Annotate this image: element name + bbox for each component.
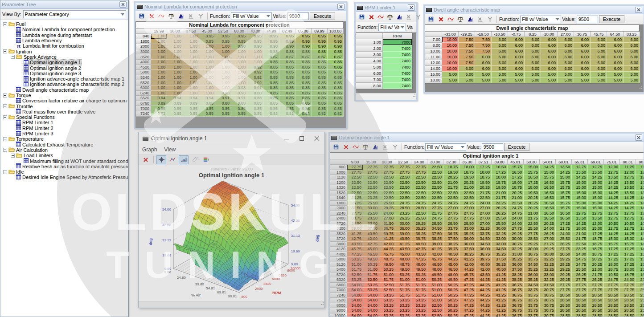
table-cell[interactable]: 25.50 (636, 293, 644, 298)
table-cell[interactable]: 6.00 (525, 60, 541, 66)
table-cell[interactable]: 15.00 (636, 262, 644, 268)
table-cell[interactable]: 22.50 (347, 180, 363, 186)
table-cell[interactable]: 15.00 (572, 180, 588, 186)
table-cell[interactable]: 53.25 (395, 303, 411, 309)
table-cell[interactable]: 23.25 (363, 195, 379, 201)
table-cell[interactable]: 1.00 (167, 49, 183, 55)
table-cell[interactable]: 6.00 (541, 66, 558, 72)
table-cell[interactable]: 50.25 (443, 298, 459, 303)
table-cell[interactable]: 0.85 (328, 75, 344, 81)
table-cell[interactable]: 41.25 (459, 257, 476, 262)
table-cell[interactable]: 25.50 (572, 267, 588, 272)
table-cell[interactable]: 6.00 (591, 37, 607, 43)
table-cell[interactable]: 30.00 (524, 247, 540, 252)
collapse-icon[interactable] (3, 22, 7, 26)
table-cell[interactable]: 16.50 (540, 185, 556, 191)
table-cell[interactable]: 24.75 (508, 211, 524, 216)
table-cell[interactable]: 10.00 (442, 37, 459, 43)
table-cell[interactable]: 5.00 (525, 72, 541, 77)
table-cell[interactable]: 22.50 (379, 175, 395, 180)
table-cell[interactable]: 0.95 (295, 34, 312, 39)
table-cell[interactable]: 22.50 (347, 185, 363, 191)
table-cell[interactable]: 6.00 (525, 43, 541, 49)
table-cell[interactable]: 27.75 (572, 283, 588, 288)
table-cell[interactable]: 5.00 (623, 72, 640, 77)
table-cell[interactable]: 0.85 (215, 106, 231, 111)
table-cell[interactable]: 48.00 (443, 272, 459, 278)
table-cell[interactable]: 0.93 (231, 91, 247, 96)
table-cell[interactable]: 0.88 (279, 49, 295, 55)
table-cell[interactable]: 36.75 (508, 283, 524, 288)
table-cell[interactable]: 30.00 (395, 221, 411, 227)
tree-item[interactable]: RPM Limiter 2 (1, 126, 128, 131)
x-axis-icon[interactable] (186, 12, 195, 20)
table-cell[interactable]: 39.75 (379, 232, 395, 237)
table-cell[interactable]: 27.75 (443, 211, 459, 216)
table-cell[interactable]: 52.50 (363, 277, 379, 283)
tree-item[interactable]: Relative fresh air as function of manifo… (1, 164, 128, 169)
table-cell[interactable]: 50.25 (443, 313, 459, 317)
table-cell[interactable]: 51.75 (395, 288, 411, 293)
table-cell[interactable]: 53.25 (379, 298, 395, 303)
table-cell[interactable]: 14.25 (636, 195, 644, 201)
table-cell[interactable]: 5.00 (508, 72, 525, 77)
table-cell[interactable]: 13.50 (620, 191, 636, 196)
table-cell[interactable]: 41.25 (395, 242, 411, 247)
table-cell[interactable]: 21.75 (476, 191, 492, 196)
table-cell[interactable]: 20.25 (524, 201, 540, 206)
minimize-icon[interactable] (279, 132, 294, 145)
table-cell[interactable]: 13.50 (636, 232, 644, 237)
table-cell[interactable]: 6.00 (607, 66, 623, 72)
table-cell[interactable]: 40.50 (476, 262, 492, 268)
table-cell[interactable]: 30.00 (508, 236, 524, 242)
table-cell[interactable]: 7000 (383, 39, 412, 45)
table-cell[interactable]: 42.00 (379, 242, 395, 247)
x-axis-icon[interactable] (476, 15, 484, 23)
table-cell[interactable]: 0.92 (247, 80, 263, 85)
table-cell[interactable]: 16.50 (540, 201, 556, 206)
table-cell[interactable]: 5.00 (591, 72, 607, 77)
table-cell[interactable]: 6.00 (508, 54, 525, 60)
table-cell[interactable]: 15.00 (588, 195, 604, 201)
table-cell[interactable]: 13.50 (572, 170, 588, 175)
table-cell[interactable]: 16.50 (556, 216, 572, 221)
table-cell[interactable]: 1.00 (183, 91, 199, 96)
table-cell[interactable]: 27.75 (459, 216, 476, 221)
table-cell[interactable]: 14.25 (620, 195, 636, 201)
table-cell[interactable]: 41.25 (379, 236, 395, 242)
table-cell[interactable]: 27.75 (620, 283, 636, 288)
table-cell[interactable]: 30.75 (347, 216, 363, 221)
y-axis-icon[interactable] (390, 143, 399, 151)
tree-item[interactable]: Air Calculation (1, 147, 128, 153)
table-cell[interactable]: 0.88 (231, 101, 247, 106)
table-cell[interactable]: 24.00 (556, 232, 572, 237)
table-cell[interactable]: 0.85 (328, 101, 344, 106)
table-cell[interactable]: 0.85 (312, 70, 328, 75)
table-cell[interactable]: 47.25 (459, 298, 476, 303)
table-cell[interactable]: 30.75 (540, 308, 556, 313)
table-cell[interactable]: 6.00 (492, 60, 508, 66)
table-cell[interactable]: 28.50 (620, 298, 636, 303)
table-cell[interactable]: 22.50 (411, 195, 427, 201)
table-cell[interactable]: 41.25 (492, 283, 508, 288)
table-cell[interactable]: 27.75 (508, 226, 524, 232)
table-cell[interactable]: 37.50 (459, 247, 476, 252)
table-cell[interactable]: 1.00 (183, 60, 199, 65)
slope-icon[interactable] (190, 155, 200, 164)
table-cell[interactable]: 17.25 (604, 247, 620, 252)
table-cell[interactable]: 6.00 (541, 37, 558, 43)
table-cell[interactable]: 32.25 (540, 277, 556, 283)
table-cell[interactable]: 0.85 (199, 111, 215, 117)
tree-item[interactable]: Maximum filling at WOT under standard co… (1, 158, 128, 163)
table-cell[interactable]: 14.25 (604, 232, 620, 237)
table-cell[interactable]: 15.00 (588, 206, 604, 211)
table-cell[interactable]: 1.00 (199, 91, 215, 96)
table-cell[interactable]: 27.75 (427, 206, 443, 211)
table-cell[interactable]: 52.50 (379, 283, 395, 288)
table-cell[interactable]: 22.50 (379, 191, 395, 196)
table-cell[interactable]: 51.00 (379, 272, 395, 278)
table-cell[interactable]: 1.00 (151, 91, 167, 96)
table-cell[interactable]: 12.75 (588, 211, 604, 216)
table-cell[interactable]: 26.25 (347, 201, 363, 206)
table-cell[interactable]: 1.00 (183, 49, 199, 55)
